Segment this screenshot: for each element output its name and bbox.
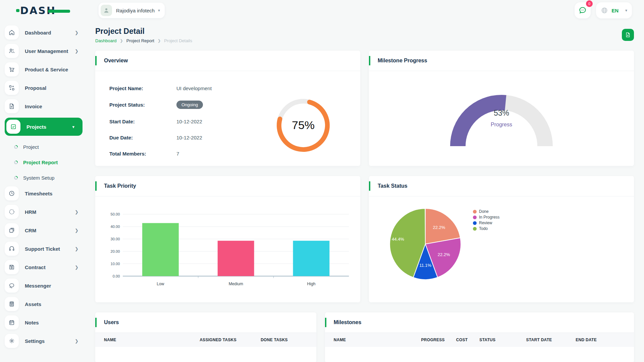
col-progress: PROGRESS: [421, 338, 456, 342]
sidebar-item-product-service[interactable]: Product & Service: [5, 62, 87, 76]
task-priority-card: Task Priority 0.0010.0020.0030.0040.0050…: [95, 176, 360, 302]
globe-icon: [601, 7, 608, 14]
sidebar-item-timesheets[interactable]: Timesheets: [5, 186, 87, 200]
chevron-right-icon: ❯: [75, 265, 78, 270]
field-project-status: Project Status: Ongoing: [109, 101, 266, 109]
table-row: [95, 347, 316, 354]
task-status-title: Task Status: [378, 183, 408, 189]
table-row: [325, 347, 634, 354]
sidebar-item-user-management[interactable]: User Management ❯: [5, 44, 87, 58]
legend-dot-icon: [473, 221, 477, 225]
svg-text:0.00: 0.00: [113, 274, 120, 278]
messages-button[interactable]: 0: [575, 2, 591, 18]
svg-text:10.00: 10.00: [110, 262, 120, 266]
legend-label: Todo: [479, 226, 488, 231]
sidebar-item-messenger[interactable]: Messenger: [5, 279, 87, 293]
clock-icon: [5, 186, 19, 200]
milestones-title: Milestones: [334, 319, 362, 325]
field-due-date: Due Date: 10-12-2022: [109, 134, 266, 141]
users-icon: [5, 44, 19, 58]
legend-dot-icon: [473, 216, 477, 219]
logo-dot-icon: [16, 9, 19, 12]
milestones-card: Milestones NAME PROGRESS COST STATUS STA…: [325, 312, 634, 362]
company-avatar: [101, 5, 112, 16]
sidebar-item-dashboard[interactable]: Dashboard ❯: [5, 25, 87, 40]
col-start-date: START DATE: [526, 338, 576, 342]
sidebar-item-support-ticket[interactable]: Support Ticket ❯: [5, 242, 87, 256]
field-start-date: Start Date: 10-12-2022: [109, 118, 266, 125]
chevron-down-icon: ▾: [625, 8, 627, 13]
col-name: NAME: [104, 338, 200, 342]
project-progress-donut: 75%: [266, 84, 340, 166]
bullet-icon: [14, 161, 18, 164]
breadcrumb-dashboard[interactable]: Dashboard: [95, 38, 117, 43]
donut-percent-label: 75%: [292, 119, 315, 132]
chevron-right-icon: ❯: [75, 246, 78, 251]
company-selector[interactable]: Rajodiya infotech ▾: [99, 3, 165, 18]
chevron-right-icon: ❯: [158, 39, 161, 43]
chat-icon: [5, 279, 19, 293]
overview-card: Overview Project Name: UI development Pr…: [95, 51, 360, 166]
invoice-icon: [5, 99, 19, 113]
page-title: Project Detail: [95, 27, 192, 36]
sidebar-item-assets[interactable]: Assets: [5, 297, 87, 311]
breadcrumb-current: Project Details: [164, 38, 192, 43]
chevron-right-icon: ❯: [75, 209, 78, 215]
company-name: Rajodiya infotech: [116, 8, 155, 13]
legend-item: Done: [473, 209, 499, 214]
sidebar-item-crm[interactable]: CRM ❯: [5, 223, 87, 237]
milestone-gauge: 53% Progress: [369, 71, 634, 153]
sidebar-subitem-system-setup[interactable]: System Setup: [14, 171, 87, 184]
milestone-progress-title: Milestone Progress: [378, 58, 427, 63]
breadcrumb: Dashboard ❯ Project Report ❯ Project Det…: [95, 38, 192, 43]
chevron-right-icon: ❯: [75, 339, 78, 344]
breadcrumb-project-report[interactable]: Project Report: [126, 38, 154, 43]
logo: DASH: [0, 5, 87, 16]
svg-text:30.00: 30.00: [110, 237, 120, 241]
language-selector[interactable]: EN ▾: [596, 2, 632, 18]
bullet-icon: [14, 145, 18, 149]
person-target-icon: [5, 205, 19, 219]
bullet-icon: [14, 176, 18, 180]
sidebar-subitem-project[interactable]: Project: [14, 140, 87, 154]
task-priority-title: Task Priority: [104, 183, 136, 189]
sidebar-item-projects[interactable]: Projects ▾: [5, 118, 83, 136]
sidebar-item-contract[interactable]: Contract ❯: [5, 260, 87, 274]
windows-icon: [5, 223, 19, 237]
col-status: STATUS: [479, 338, 526, 342]
pie-legend: DoneIn ProgressReviewTodo: [473, 209, 499, 283]
field-total-members: Total Members: 7: [109, 150, 266, 157]
svg-text:Medium: Medium: [229, 282, 243, 286]
task-priority-bar-chart: 0.0010.0020.0030.0040.0050.00LowMediumHi…: [95, 196, 360, 295]
svg-text:50.00: 50.00: [110, 212, 120, 216]
status-badge: Ongoing: [176, 101, 203, 109]
svg-text:20.00: 20.00: [110, 249, 120, 253]
export-button[interactable]: [622, 29, 634, 41]
col-done-tasks: DONE TASKS: [261, 338, 308, 342]
task-status-card: Task Status 22.2%22.2%11.1%44.4% DoneIn …: [369, 176, 634, 302]
sidebar-item-proposal[interactable]: Proposal: [5, 81, 87, 95]
legend-label: Done: [479, 209, 489, 214]
col-assigned-tasks: ASSIGNED TASKS: [200, 338, 261, 342]
field-project-name: Project Name: UI development: [109, 84, 266, 92]
sidebar-item-invoice[interactable]: Invoice: [5, 99, 87, 113]
calendar-icon: [5, 315, 19, 329]
sidebar-item-settings[interactable]: Settings ❯: [5, 334, 87, 348]
milestone-progress-card: Milestone Progress 53% Progress: [369, 51, 634, 166]
proposal-icon: [5, 81, 19, 95]
col-end-date: END DATE: [576, 338, 625, 342]
svg-text:11.1%: 11.1%: [419, 263, 431, 268]
chevron-right-icon: ❯: [120, 39, 123, 43]
legend-dot-icon: [473, 227, 477, 231]
sidebar-item-hrm[interactable]: HRM ❯: [5, 205, 87, 219]
sidebar-subitem-project-report[interactable]: Project Report: [14, 156, 87, 169]
svg-text:22.2%: 22.2%: [433, 225, 445, 230]
home-icon: [5, 25, 19, 40]
messages-badge: 0: [586, 0, 593, 7]
gauge-sublabel: Progress: [369, 122, 634, 128]
person-icon: [103, 7, 110, 14]
col-cost: COST: [456, 338, 480, 342]
chevron-right-icon: ❯: [75, 228, 78, 233]
headset-icon: [5, 242, 19, 256]
sidebar-item-notes[interactable]: Notes: [5, 315, 87, 329]
